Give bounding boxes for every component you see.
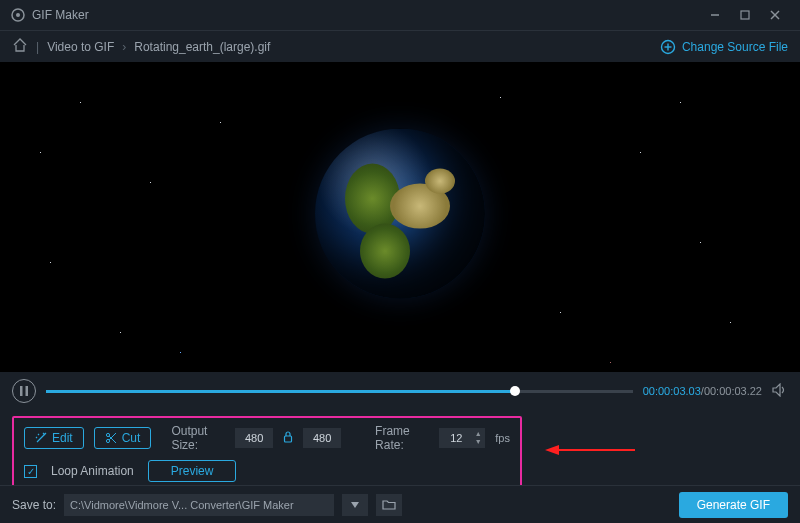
breadcrumb-item-1[interactable]: Video to GIF bbox=[47, 40, 114, 54]
settings-panel: Edit Cut Output Size: Frame Rate: ▲▼ fps… bbox=[0, 410, 800, 494]
lock-aspect-icon[interactable] bbox=[283, 431, 293, 446]
save-path-input[interactable] bbox=[64, 494, 334, 516]
edit-label: Edit bbox=[52, 431, 73, 445]
breadcrumb-bar: | Video to GIF › Rotating_earth_(large).… bbox=[0, 30, 800, 62]
app-logo-icon bbox=[10, 7, 26, 23]
open-folder-button[interactable] bbox=[376, 494, 402, 516]
svg-line-13 bbox=[109, 436, 116, 443]
chevron-up-icon[interactable]: ▲ bbox=[473, 430, 483, 438]
output-width-input[interactable] bbox=[235, 428, 273, 448]
breadcrumb-item-2: Rotating_earth_(large).gif bbox=[134, 40, 270, 54]
chevron-down-icon[interactable]: ▼ bbox=[473, 438, 483, 446]
save-to-label: Save to: bbox=[12, 498, 56, 512]
time-total: 00:00:03.22 bbox=[704, 385, 762, 397]
footer-bar: Save to: Generate GIF bbox=[0, 485, 800, 523]
frame-rate-stepper[interactable]: ▲▼ bbox=[473, 428, 483, 448]
seek-thumb[interactable] bbox=[510, 386, 520, 396]
app-title: GIF Maker bbox=[32, 8, 89, 22]
svg-point-1 bbox=[16, 13, 20, 17]
plus-circle-icon bbox=[660, 39, 676, 55]
generate-gif-button[interactable]: Generate GIF bbox=[679, 492, 788, 518]
edit-button[interactable]: Edit bbox=[24, 427, 84, 449]
close-button[interactable] bbox=[760, 10, 790, 20]
loop-animation-checkbox[interactable]: ✓ bbox=[24, 465, 37, 478]
minimize-button[interactable] bbox=[700, 10, 730, 20]
chevron-right-icon: › bbox=[122, 40, 126, 54]
svg-marker-18 bbox=[351, 502, 359, 508]
highlighted-settings-box: Edit Cut Output Size: Frame Rate: ▲▼ fps… bbox=[12, 416, 522, 492]
seek-fill bbox=[46, 390, 515, 393]
change-source-label: Change Source File bbox=[682, 40, 788, 54]
playback-controls: 00:00:03.03/00:00:03.22 bbox=[0, 372, 800, 410]
preview-image bbox=[315, 129, 485, 299]
svg-point-11 bbox=[106, 433, 109, 436]
titlebar: GIF Maker bbox=[0, 0, 800, 30]
fps-unit-label: fps bbox=[495, 432, 510, 444]
output-height-input[interactable] bbox=[303, 428, 341, 448]
svg-rect-9 bbox=[20, 386, 23, 396]
frame-rate-label: Frame Rate: bbox=[375, 424, 429, 452]
time-elapsed: 00:00:03.03 bbox=[643, 385, 701, 397]
cut-button[interactable]: Cut bbox=[94, 427, 152, 449]
svg-line-14 bbox=[109, 433, 116, 440]
svg-rect-15 bbox=[285, 436, 292, 442]
change-source-button[interactable]: Change Source File bbox=[660, 39, 788, 55]
cut-label: Cut bbox=[122, 431, 141, 445]
loop-animation-label: Loop Animation bbox=[51, 464, 134, 478]
annotation-arrow-icon bbox=[545, 442, 635, 458]
preview-button[interactable]: Preview bbox=[148, 460, 237, 482]
svg-rect-3 bbox=[741, 11, 749, 19]
save-path-dropdown[interactable] bbox=[342, 494, 368, 516]
chevron-down-icon bbox=[351, 502, 359, 508]
scissors-icon bbox=[105, 432, 117, 444]
breadcrumb-separator: | bbox=[36, 40, 39, 54]
preview-label: Preview bbox=[171, 464, 214, 478]
maximize-button[interactable] bbox=[730, 10, 760, 20]
folder-icon bbox=[382, 499, 396, 510]
seek-bar[interactable] bbox=[46, 390, 633, 393]
pause-button[interactable] bbox=[12, 379, 36, 403]
svg-point-12 bbox=[106, 439, 109, 442]
preview-viewport bbox=[0, 62, 800, 372]
generate-label: Generate GIF bbox=[697, 498, 770, 512]
volume-icon[interactable] bbox=[772, 383, 788, 400]
svg-rect-10 bbox=[26, 386, 29, 396]
output-size-label: Output Size: bbox=[171, 424, 225, 452]
wand-icon bbox=[35, 432, 47, 444]
svg-marker-17 bbox=[545, 445, 559, 455]
home-icon[interactable] bbox=[12, 37, 28, 56]
timecode: 00:00:03.03/00:00:03.22 bbox=[643, 385, 762, 397]
pause-icon bbox=[20, 386, 28, 396]
